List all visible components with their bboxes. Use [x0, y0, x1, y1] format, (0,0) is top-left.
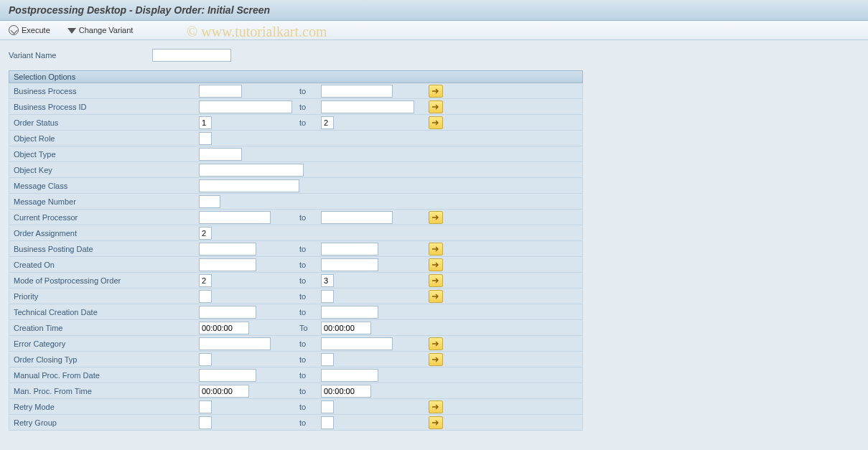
retry_group-to-input[interactable]	[321, 416, 334, 429]
label-object_role: Object Role	[12, 134, 199, 143]
retry_mode-to-input[interactable]	[321, 400, 334, 413]
label-order_closing_typ: Order Closing Typ	[12, 355, 199, 364]
manual_proc_from_date-to-input[interactable]	[321, 369, 378, 382]
to-label: to	[299, 87, 321, 95]
toolbar: Execute Change Variant	[0, 21, 868, 40]
arrow-right-icon	[431, 340, 440, 347]
row-man_proc_from_time: Man. Proc. From Timeto	[9, 383, 582, 399]
mode_pp_order-multi-button[interactable]	[429, 274, 443, 287]
row-current_processor: Current Processorto	[9, 210, 582, 225]
order_status-multi-button[interactable]	[429, 116, 443, 129]
row-tech_creation_date: Technical Creation Dateto	[9, 304, 582, 320]
retry_group-from-input[interactable]	[199, 416, 212, 429]
creation_time-from-input[interactable]	[199, 322, 249, 334]
current_processor-multi-button[interactable]	[429, 211, 443, 224]
object_key-from-input[interactable]	[199, 164, 304, 177]
change-variant-label: Change Variant	[79, 26, 134, 34]
error_category-to-input[interactable]	[321, 337, 393, 350]
arrow-right-icon	[431, 403, 440, 411]
current_processor-from-input[interactable]	[199, 211, 271, 224]
business_posting_date-multi-button[interactable]	[429, 243, 443, 256]
label-current_processor: Current Processor	[12, 213, 199, 222]
mode_pp_order-from-input[interactable]	[199, 274, 212, 287]
business_process-multi-button[interactable]	[429, 85, 443, 98]
label-business_posting_date: Business Posting Date	[12, 245, 199, 253]
variant-name-input[interactable]	[152, 49, 231, 62]
priority-multi-button[interactable]	[429, 290, 443, 303]
priority-from-input[interactable]	[199, 290, 212, 303]
order_closing_typ-multi-button[interactable]	[429, 353, 443, 366]
to-label: to	[299, 371, 321, 380]
arrow-right-icon	[431, 103, 440, 111]
to-label: to	[299, 387, 321, 395]
mode_pp_order-to-input[interactable]	[321, 274, 334, 287]
object_role-from-input[interactable]	[199, 132, 212, 145]
to-label: to	[299, 261, 321, 269]
to-label: to	[299, 308, 321, 317]
man_proc_from_time-to-input[interactable]	[321, 385, 371, 398]
manual_proc_from_date-from-input[interactable]	[199, 369, 256, 382]
label-retry_group: Retry Group	[12, 418, 199, 427]
label-message_class: Message Class	[12, 182, 199, 190]
label-created_on: Created On	[12, 261, 199, 269]
variant-name-label: Variant Name	[9, 51, 152, 60]
label-tech_creation_date: Technical Creation Date	[12, 308, 199, 317]
row-order_closing_typ: Order Closing Typto	[9, 352, 582, 367]
arrow-right-icon	[431, 419, 440, 426]
business_posting_date-to-input[interactable]	[321, 243, 378, 256]
order_closing_typ-to-input[interactable]	[321, 353, 334, 366]
tech_creation_date-to-input[interactable]	[321, 306, 378, 319]
label-error_category: Error Category	[12, 339, 199, 348]
created_on-to-input[interactable]	[321, 258, 378, 271]
created_on-multi-button[interactable]	[429, 258, 443, 271]
change-variant-button[interactable]: Change Variant	[65, 24, 136, 36]
created_on-from-input[interactable]	[199, 258, 256, 271]
arrow-right-icon	[431, 261, 440, 268]
retry_group-multi-button[interactable]	[429, 416, 443, 429]
business_posting_date-from-input[interactable]	[199, 243, 256, 256]
order_status-to-input[interactable]	[321, 116, 334, 129]
row-mode_pp_order: Mode of Postprocessing Orderto	[9, 273, 582, 289]
order_closing_typ-from-input[interactable]	[199, 353, 212, 366]
object_type-from-input[interactable]	[199, 148, 242, 161]
order_assignment-from-input[interactable]	[199, 227, 212, 240]
message_number-from-input[interactable]	[199, 195, 220, 208]
arrow-right-icon	[431, 214, 440, 221]
label-creation_time: Creation Time	[12, 324, 199, 332]
page-title: Postprocessing Desktop - Display Order: …	[9, 4, 859, 16]
arrow-right-icon	[431, 293, 440, 300]
business_process-to-input[interactable]	[321, 85, 393, 98]
current_processor-to-input[interactable]	[321, 211, 393, 224]
label-object_type: Object Type	[12, 150, 199, 159]
man_proc_from_time-from-input[interactable]	[199, 385, 249, 398]
retry_mode-from-input[interactable]	[199, 400, 212, 413]
business_process_id-to-input[interactable]	[321, 100, 414, 113]
message_class-from-input[interactable]	[199, 179, 299, 192]
row-creation_time: Creation TimeTo	[9, 320, 582, 336]
creation_time-to-input[interactable]	[321, 322, 371, 334]
arrow-right-icon	[431, 356, 440, 363]
label-message_number: Message Number	[12, 197, 199, 206]
to-label: to	[299, 418, 321, 427]
execute-button[interactable]: Execute	[6, 24, 53, 37]
business_process-from-input[interactable]	[199, 85, 242, 98]
row-created_on: Created Onto	[9, 257, 582, 273]
tech_creation_date-from-input[interactable]	[199, 306, 256, 319]
retry_mode-multi-button[interactable]	[429, 400, 443, 413]
row-order_assignment: Order Assignment	[9, 225, 582, 241]
order_status-from-input[interactable]	[199, 116, 212, 129]
to-label: to	[299, 403, 321, 411]
arrow-right-icon	[431, 277, 440, 284]
row-priority: Priorityto	[9, 289, 582, 304]
row-message_class: Message Class	[9, 178, 582, 194]
business_process_id-multi-button[interactable]	[429, 100, 443, 113]
row-business_process_id: Business Process IDto	[9, 99, 582, 115]
row-object_type: Object Type	[9, 146, 582, 162]
business_process_id-from-input[interactable]	[199, 100, 292, 113]
error_category-multi-button[interactable]	[429, 337, 443, 350]
row-retry_group: Retry Groupto	[9, 415, 582, 431]
priority-to-input[interactable]	[321, 290, 334, 303]
to-label: to	[299, 103, 321, 111]
error_category-from-input[interactable]	[199, 337, 271, 350]
label-business_process_id: Business Process ID	[12, 103, 199, 111]
